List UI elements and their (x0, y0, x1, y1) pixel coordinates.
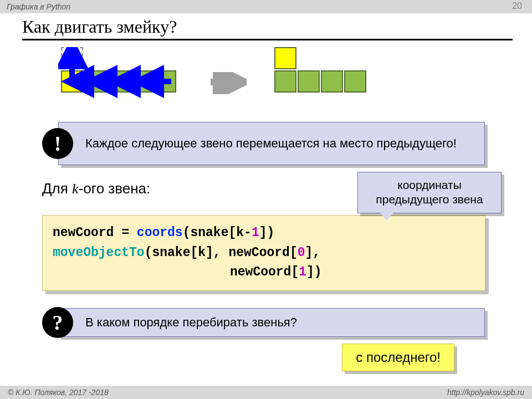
slide-title: Как двигать змейку? (22, 17, 177, 37)
code-block: newCoord = coords(snake[k-1]) moveObject… (42, 215, 485, 291)
answer-box: с последнего! (342, 344, 454, 371)
subheading: Для k-ого звена: (42, 180, 150, 197)
callout-coords: координаты предыдущего звена (357, 172, 502, 213)
subhead-pre: Для (42, 180, 72, 197)
footer-bar: © К.Ю. Поляков, 2017 -2018 http://kpolya… (0, 386, 532, 399)
question-icon: ? (42, 307, 73, 338)
code-tok: newCoord = (53, 226, 137, 240)
footer-copyright: © К.Ю. Поляков, 2017 -2018 (8, 388, 109, 397)
cell-body (274, 70, 296, 93)
code-tok: (snake[k- (183, 226, 252, 240)
cell-body (321, 70, 343, 93)
code-line-2: moveObjectTo(snake[k], newCoord[0], (53, 243, 475, 263)
cell-head-after (274, 47, 296, 69)
code-tok: ], (305, 245, 321, 260)
code-tok: coords (137, 226, 183, 240)
note-text: Каждое следующее звено перемещается на м… (85, 136, 457, 152)
cell-body (298, 70, 320, 93)
footer-url: http://kpolyakov.spb.ru (447, 388, 524, 397)
code-tok: 1 (299, 265, 306, 279)
note-explanation: ! Каждое следующее звено перемещается на… (58, 122, 485, 165)
snake-diagram (58, 47, 457, 111)
code-line-3: newCoord[1]) (53, 263, 475, 283)
transition-arrow-icon (208, 72, 247, 94)
move-arrows-icon (58, 47, 186, 103)
code-tok: newCoord[ (230, 265, 299, 279)
page-number: 20 (512, 1, 522, 11)
header-bar: Графика в Python (0, 0, 532, 13)
subhead-k: k (72, 181, 79, 197)
code-line-1: newCoord = coords(snake[k-1]) (53, 223, 475, 243)
code-tok: ]) (306, 265, 322, 279)
subhead-post: -ого звена: (79, 180, 151, 197)
note-question: ? В каком порядке перебирать звенья? (58, 308, 485, 337)
code-tok: 1 (252, 226, 259, 240)
header-subject: Графика в Python (7, 2, 70, 11)
title-underline (22, 39, 513, 40)
code-tok: ]) (259, 226, 275, 240)
code-tok: moveObjectTo (53, 245, 145, 260)
code-tok: (snake[k], newCoord[ (145, 245, 298, 260)
cell-body (344, 70, 366, 93)
question-text: В каком порядке перебирать звенья? (85, 315, 297, 331)
code-tok: 0 (298, 245, 305, 260)
exclamation-icon: ! (42, 128, 73, 159)
